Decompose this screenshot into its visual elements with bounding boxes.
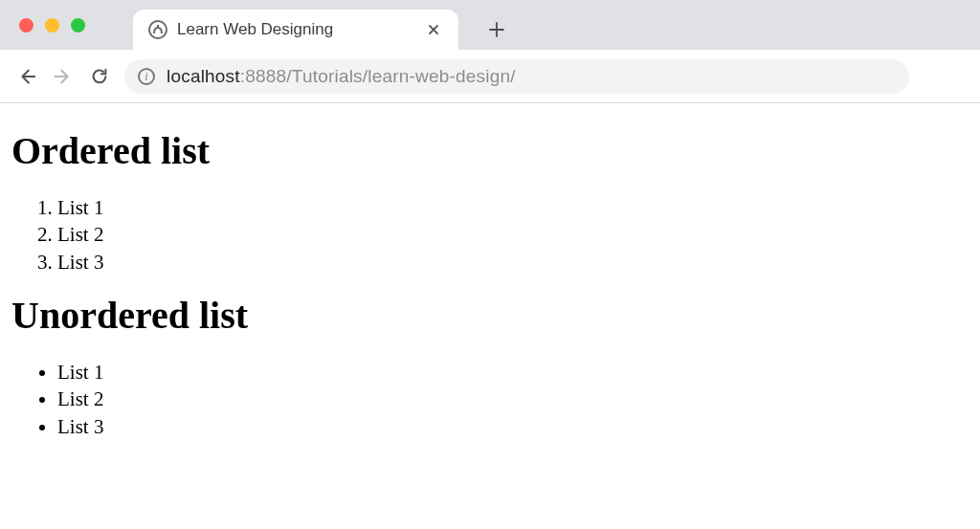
list-item: List 1 [57, 194, 969, 221]
url-text: localhost:8888/Tutorials/learn-web-desig… [167, 66, 516, 87]
window-close-button[interactable] [19, 18, 33, 33]
heading-ordered-list: Ordered list [11, 128, 969, 173]
svg-point-0 [157, 25, 159, 27]
close-tab-button[interactable] [424, 24, 443, 35]
back-button[interactable] [15, 65, 38, 88]
list-item: List 3 [57, 249, 969, 276]
url-path: /Tutorials/learn-web-design/ [286, 66, 515, 86]
site-info-icon[interactable]: i [138, 68, 155, 85]
browser-tab[interactable]: Learn Web Designing [133, 10, 458, 50]
url-port: :8888 [240, 66, 287, 86]
tab-favicon [148, 20, 167, 39]
window-minimize-button[interactable] [45, 18, 59, 33]
url-host: localhost [167, 66, 240, 86]
tab-title: Learn Web Designing [177, 20, 414, 39]
forward-button[interactable] [52, 65, 75, 88]
list-item: List 1 [57, 359, 969, 386]
new-tab-button[interactable] [478, 10, 516, 50]
list-item: List 2 [57, 386, 969, 412]
list-item: List 3 [57, 413, 969, 440]
address-bar[interactable]: i localhost:8888/Tutorials/learn-web-des… [124, 59, 909, 94]
reload-button[interactable] [88, 65, 111, 88]
browser-toolbar: i localhost:8888/Tutorials/learn-web-des… [0, 50, 980, 103]
heading-unordered-list: Unordered list [11, 293, 969, 338]
traffic-lights [0, 0, 104, 50]
list-item: List 2 [57, 221, 969, 248]
page-content: Ordered list List 1 List 2 List 3 Unorde… [0, 103, 980, 463]
unordered-list: List 1 List 2 List 3 [11, 359, 969, 440]
ordered-list: List 1 List 2 List 3 [11, 194, 969, 276]
window-titlebar: Learn Web Designing [0, 0, 980, 50]
window-maximize-button[interactable] [71, 18, 85, 33]
